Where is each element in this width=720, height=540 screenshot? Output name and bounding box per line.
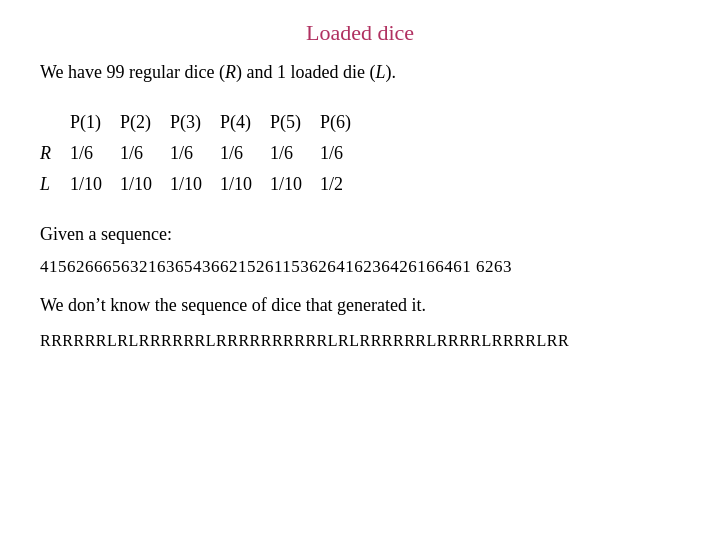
col-header-p4: P(4) <box>220 107 270 138</box>
l-p1: 1/10 <box>70 169 120 200</box>
l-p5: 1/10 <box>270 169 320 200</box>
r-p4: 1/6 <box>220 138 270 169</box>
col-header-p5: P(5) <box>270 107 320 138</box>
given-label: Given a sequence: <box>40 224 680 245</box>
r-p2: 1/6 <box>120 138 170 169</box>
row-label-l: L <box>40 169 70 200</box>
l-p2: 1/10 <box>120 169 170 200</box>
col-header-p2: P(2) <box>120 107 170 138</box>
intro-text: We have 99 regular dice (R) and 1 loaded… <box>40 62 680 83</box>
empty-header <box>40 107 70 138</box>
main-page: Loaded dice We have 99 regular dice (R) … <box>0 0 720 540</box>
dice-sequence-text: RRRRRRLRLRRRRRRLRRRRRRRRRRLRLRRRRRRLRRRR… <box>40 332 680 350</box>
r-p6: 1/6 <box>320 138 369 169</box>
r-p5: 1/6 <box>270 138 320 169</box>
l-p6: 1/2 <box>320 169 369 200</box>
row-label-r: R <box>40 138 70 169</box>
l-p3: 1/10 <box>170 169 220 200</box>
table-row-r: R 1/6 1/6 1/6 1/6 1/6 1/6 <box>40 138 369 169</box>
probability-table-section: P(1) P(2) P(3) P(4) P(5) P(6) R 1/6 1/6 … <box>40 107 680 200</box>
col-header-p6: P(6) <box>320 107 369 138</box>
table-row-l: L 1/10 1/10 1/10 1/10 1/10 1/2 <box>40 169 369 200</box>
r-p3: 1/6 <box>170 138 220 169</box>
r-p1: 1/6 <box>70 138 120 169</box>
col-header-p1: P(1) <box>70 107 120 138</box>
dont-know-text: We don’t know the sequence of dice that … <box>40 295 680 316</box>
number-sequence: 4156266656321636543662152611536264162364… <box>40 257 680 277</box>
page-title: Loaded dice <box>40 20 680 46</box>
probability-table: P(1) P(2) P(3) P(4) P(5) P(6) R 1/6 1/6 … <box>40 107 369 200</box>
l-p4: 1/10 <box>220 169 270 200</box>
table-header-row: P(1) P(2) P(3) P(4) P(5) P(6) <box>40 107 369 138</box>
col-header-p3: P(3) <box>170 107 220 138</box>
